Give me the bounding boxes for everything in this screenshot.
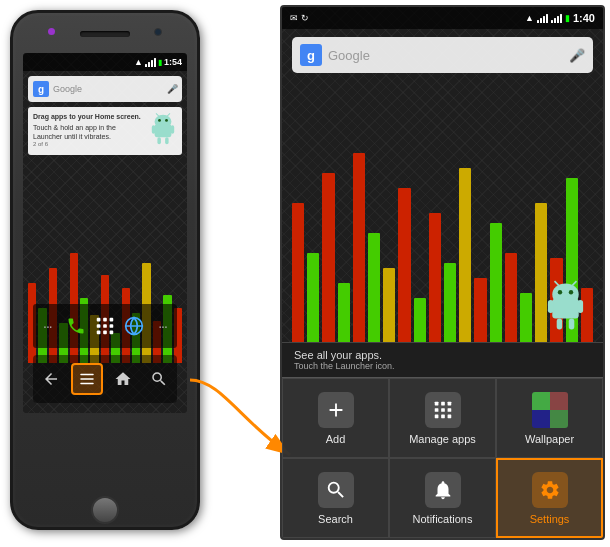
- search-widget-left[interactable]: g Google 🎤: [28, 76, 182, 102]
- svg-rect-14: [103, 324, 107, 328]
- svg-rect-29: [569, 319, 575, 330]
- dock-more-left[interactable]: ···: [33, 312, 61, 340]
- svg-point-7: [165, 119, 168, 122]
- phone-led: [48, 28, 55, 35]
- svg-rect-40: [434, 414, 438, 418]
- signal-icon: [145, 57, 156, 67]
- email-icon: ✉: [290, 13, 298, 23]
- svg-line-33: [572, 281, 576, 285]
- dock-more-right[interactable]: ···: [149, 312, 177, 340]
- svg-rect-2: [152, 125, 156, 133]
- dock-launcher[interactable]: [91, 312, 119, 340]
- see-all-bar: See all your apps. Touch the Launcher ic…: [282, 342, 603, 377]
- svg-rect-34: [434, 401, 438, 405]
- nav-menu-btn[interactable]: [71, 363, 103, 395]
- dock-phone[interactable]: [62, 312, 90, 340]
- add-icon: [318, 392, 354, 428]
- svg-rect-36: [447, 401, 451, 405]
- search-placeholder-right: Google: [322, 48, 569, 63]
- svg-rect-18: [110, 331, 114, 335]
- phone-home-button[interactable]: [91, 496, 119, 524]
- phone-speaker: [80, 31, 130, 37]
- status-time-right: 1:40: [573, 12, 595, 24]
- search-icon: [318, 472, 354, 508]
- battery-icon-right: ▮: [565, 13, 570, 23]
- svg-rect-13: [97, 324, 101, 328]
- dock-browser[interactable]: [120, 312, 148, 340]
- right-screen: ✉ ↻ ▲ ▮ 1:40 g Google 🎤: [280, 5, 605, 540]
- signal-icon-right2: [551, 13, 562, 23]
- manage-apps-icon: [425, 392, 461, 428]
- notifications-icon: [425, 472, 461, 508]
- status-bar-left: ▲ ▮ 1:54: [23, 53, 187, 71]
- wifi-icon: ▲: [134, 57, 143, 67]
- svg-rect-41: [441, 414, 445, 418]
- svg-rect-1: [155, 125, 172, 138]
- svg-rect-22: [80, 383, 94, 385]
- menu-item-add-label: Add: [326, 433, 346, 445]
- android-bot-left: [149, 112, 177, 147]
- svg-point-30: [558, 290, 562, 294]
- svg-rect-28: [557, 319, 563, 330]
- search-placeholder-left: Google: [49, 84, 167, 94]
- wallpaper-thumb: [532, 392, 568, 428]
- phone-screen-left: ▲ ▮ 1:54 g Google 🎤: [23, 53, 187, 413]
- menu-item-search-label: Search: [318, 513, 353, 525]
- phone-camera: [154, 28, 162, 36]
- tutorial-card: Drag apps to your Home screen. Touch & h…: [28, 107, 182, 155]
- svg-rect-38: [441, 408, 445, 412]
- menu-item-manage-apps-label: Manage apps: [409, 433, 476, 445]
- status-time-left: 1:54: [164, 57, 182, 67]
- svg-rect-5: [165, 137, 169, 144]
- menu-item-notifications[interactable]: Notifications: [389, 458, 496, 538]
- menu-item-settings-label: Settings: [530, 513, 570, 525]
- see-all-sub: Touch the Launcher icon.: [294, 361, 591, 371]
- svg-rect-21: [80, 378, 94, 380]
- signal-icon-right: [537, 13, 548, 23]
- search-widget-right[interactable]: g Google 🎤: [292, 37, 593, 73]
- svg-rect-39: [447, 408, 451, 412]
- tutorial-title: Drag apps to your Home screen.: [33, 112, 145, 121]
- svg-point-31: [569, 290, 573, 294]
- status-right-icons: ▲ ▮ 1:40: [525, 12, 595, 24]
- status-icons-left: ▲ ▮ 1:54: [134, 57, 182, 67]
- svg-point-6: [158, 119, 161, 122]
- svg-line-32: [555, 281, 559, 285]
- settings-icon: [532, 472, 568, 508]
- menu-item-manage-apps[interactable]: Manage apps: [389, 378, 496, 458]
- context-menu-grid: Add Manage ap: [282, 377, 603, 538]
- svg-rect-20: [80, 374, 94, 376]
- svg-rect-37: [434, 408, 438, 412]
- google-logo-left: g: [33, 81, 49, 97]
- svg-rect-16: [97, 331, 101, 335]
- svg-rect-3: [171, 125, 175, 133]
- phone-dock-left: ···: [33, 304, 177, 348]
- svg-rect-25: [552, 299, 578, 319]
- menu-item-notifications-label: Notifications: [413, 513, 473, 525]
- context-menu-overlay: See all your apps. Touch the Launcher ic…: [282, 342, 603, 538]
- mic-icon-right: 🎤: [569, 48, 585, 63]
- svg-rect-27: [578, 300, 584, 313]
- android-bot-right: [543, 279, 588, 338]
- wifi-icon-right: ▲: [525, 13, 534, 23]
- nav-home-btn[interactable]: [107, 363, 139, 395]
- svg-rect-15: [110, 324, 114, 328]
- mic-icon-left: 🎤: [167, 84, 177, 94]
- menu-item-settings[interactable]: Settings: [496, 458, 603, 538]
- menu-item-add[interactable]: Add: [282, 378, 389, 458]
- google-logo-right: g: [300, 44, 322, 66]
- screen-background-left: ▲ ▮ 1:54 g Google 🎤: [23, 53, 187, 413]
- menu-item-wallpaper-label: Wallpaper: [525, 433, 574, 445]
- tutorial-counter: 2 of 6: [33, 141, 145, 147]
- svg-rect-10: [97, 318, 101, 322]
- menu-item-wallpaper[interactable]: Wallpaper: [496, 378, 603, 458]
- nav-back-btn[interactable]: [35, 363, 67, 395]
- svg-rect-26: [548, 300, 554, 313]
- svg-line-8: [156, 113, 159, 116]
- svg-line-9: [167, 113, 170, 116]
- svg-rect-11: [103, 318, 107, 322]
- sync-icon: ↻: [301, 13, 309, 23]
- svg-rect-42: [447, 414, 451, 418]
- menu-item-search[interactable]: Search: [282, 458, 389, 538]
- svg-rect-35: [441, 401, 445, 405]
